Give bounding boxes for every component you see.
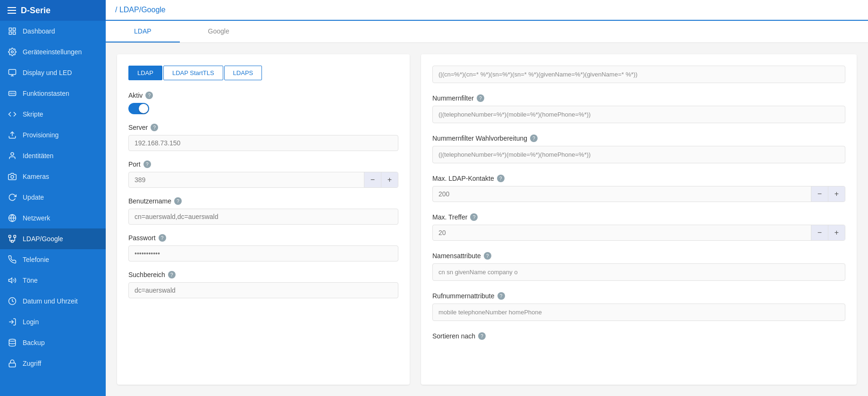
aktiv-group: Aktiv ? [128, 92, 398, 114]
benutzername-help-icon[interactable]: ? [174, 197, 182, 205]
max-treffer-increment-button[interactable]: + [828, 225, 845, 240]
topbar: / LDAP/Google [106, 0, 868, 21]
sidebar-item-datum-uhrzeit[interactable]: Datum und Uhrzeit [0, 291, 106, 312]
max-ldap-kontakte-input[interactable] [433, 186, 811, 202]
sidebar-item-netzwerk[interactable]: Netzwerk [0, 208, 106, 228]
sidebar-item-provisioning[interactable]: Provisioning [0, 125, 106, 145]
passwort-label: Passwort ? [128, 234, 398, 242]
sidebar-item-label: Backup [23, 339, 98, 346]
svg-rect-3 [13, 32, 16, 34]
svg-rect-19 [14, 236, 16, 238]
sidebar-item-label: Datum und Uhrzeit [23, 297, 98, 305]
script-icon [8, 110, 17, 119]
max-treffer-input[interactable] [433, 225, 811, 240]
sortieren-nach-help-icon[interactable]: ? [478, 332, 486, 340]
svg-point-28 [9, 339, 16, 342]
sidebar-item-backup[interactable]: Backup [0, 332, 106, 353]
tab-ldap[interactable]: LDAP [106, 21, 180, 42]
max-ldap-kontakte-increment-button[interactable]: + [828, 186, 845, 202]
passwort-input[interactable] [128, 245, 398, 261]
benutzername-input[interactable] [128, 209, 398, 225]
sidebar-item-toene[interactable]: Töne [0, 270, 106, 291]
max-treffer-decrement-button[interactable]: − [811, 225, 828, 240]
identity-icon [8, 151, 17, 160]
content-area: LDAP Google LDAP LDAP StartTLS LDAPS Akt… [106, 21, 868, 396]
passwort-group: Passwort ? [128, 234, 398, 261]
server-input[interactable] [128, 135, 398, 151]
svg-marker-25 [9, 278, 12, 283]
display-icon [8, 68, 17, 77]
dashboard-icon [8, 26, 17, 36]
subtab-ldap[interactable]: LDAP [128, 66, 162, 80]
sidebar-item-label: Töne [23, 277, 98, 284]
sidebar-item-label: Dashboard [23, 27, 98, 35]
subtab-bar: LDAP LDAP StartTLS LDAPS [128, 66, 398, 80]
port-decrement-button[interactable]: − [364, 172, 381, 187]
ldap-icon [8, 234, 17, 244]
main-content: / LDAP/Google LDAP Google LDAP LDAP Star… [106, 0, 868, 396]
subtab-ldap-starttls[interactable]: LDAP StartTLS [163, 66, 223, 80]
login-icon [8, 317, 17, 327]
sidebar-item-label: Kameras [23, 173, 98, 180]
max-treffer-help-icon[interactable]: ? [470, 213, 478, 221]
subtab-ldaps[interactable]: LDAPS [224, 66, 262, 80]
sidebar-item-update[interactable]: Update [0, 187, 106, 208]
sidebar-item-label: Login [23, 318, 98, 326]
sidebar-item-label: Skripte [23, 110, 98, 118]
sidebar-item-dashboard[interactable]: Dashboard [0, 21, 106, 42]
right-panel: (|(cn=%*)(cn=* %*)(sn=%*)(sn=* %*)(given… [421, 54, 857, 385]
sidebar-item-zugriff[interactable]: Zugriff [0, 353, 106, 374]
sidebar-item-label: Zugriff [23, 360, 98, 367]
max-treffer-label: Max. Treffer ? [432, 213, 845, 221]
sidebar-item-kameras[interactable]: Kameras [0, 166, 106, 187]
sidebar: D-Serie Dashboard Geräteeinstellungen Di… [0, 0, 106, 396]
sidebar-item-login[interactable]: Login [0, 312, 106, 332]
svg-rect-18 [9, 236, 11, 238]
suchbereich-help-icon[interactable]: ? [168, 271, 176, 278]
max-ldap-kontakte-decrement-button[interactable]: − [811, 186, 828, 202]
passwort-help-icon[interactable]: ? [159, 234, 166, 242]
sidebar-item-ldap-google[interactable]: LDAP/Google [0, 228, 106, 249]
port-label: Port ? [128, 160, 398, 168]
server-label: Server ? [128, 124, 398, 131]
max-ldap-kontakte-field: Max. LDAP-Kontakte ? − + [432, 175, 845, 202]
suchbereich-group: Suchbereich ? [128, 271, 398, 298]
sidebar-item-geraeteeinstellungen[interactable]: Geräteeinstellungen [0, 42, 106, 62]
aktiv-help-icon[interactable]: ? [145, 92, 153, 99]
port-help-icon[interactable]: ? [143, 160, 151, 168]
sortieren-nach-label: Sortieren nach ? [432, 332, 845, 340]
max-treffer-field: Max. Treffer ? − + [432, 213, 845, 241]
sidebar-item-identitaeten[interactable]: Identitäten [0, 145, 106, 166]
namensattribute-help-icon[interactable]: ? [484, 252, 491, 260]
nummernfilter-wahlvorbereitung-label: Nummernfilter Wahlvorbereitung ? [432, 135, 845, 142]
max-ldap-kontakte-label: Max. LDAP-Kontakte ? [432, 175, 845, 182]
sidebar-item-label: Display und LED [23, 69, 98, 76]
svg-rect-2 [9, 32, 11, 34]
sidebar-item-funktionstasten[interactable]: Funktionstasten [0, 83, 106, 104]
sidebar-item-display-led[interactable]: Display und LED [0, 62, 106, 83]
sidebar-item-label: Funktionstasten [23, 90, 98, 97]
nummernfilter-wahlvorbereitung-help-icon[interactable]: ? [530, 135, 538, 142]
port-increment-button[interactable]: + [381, 172, 398, 187]
server-help-icon[interactable]: ? [151, 124, 158, 131]
sidebar-item-label: Telefonie [23, 256, 98, 263]
svg-point-4 [11, 51, 14, 53]
audio-icon [8, 276, 17, 285]
suchbereich-label: Suchbereich ? [128, 271, 398, 278]
sidebar-item-label: LDAP/Google [23, 235, 98, 243]
breadcrumb: / LDAP/Google [115, 6, 166, 14]
keys-icon [8, 89, 17, 98]
rufnummernattribute-help-icon[interactable]: ? [497, 292, 505, 300]
suchbereich-input[interactable] [128, 282, 398, 298]
port-input[interactable] [129, 172, 364, 187]
aktiv-toggle[interactable] [128, 103, 149, 114]
max-ldap-kontakte-help-icon[interactable]: ? [497, 175, 505, 182]
nummernfilter-help-icon[interactable]: ? [477, 94, 484, 102]
tab-google[interactable]: Google [180, 21, 258, 42]
sidebar-item-label: Provisioning [23, 131, 98, 139]
menu-icon[interactable] [8, 7, 16, 14]
sidebar-item-telefonie[interactable]: Telefonie [0, 249, 106, 270]
nummernfilter-wahlvorbereitung-value: (|(telephoneNumber=%*)(mobile=%*)(homePh… [432, 146, 845, 163]
sidebar-item-skripte[interactable]: Skripte [0, 104, 106, 125]
app-title: D-Serie [21, 6, 51, 16]
